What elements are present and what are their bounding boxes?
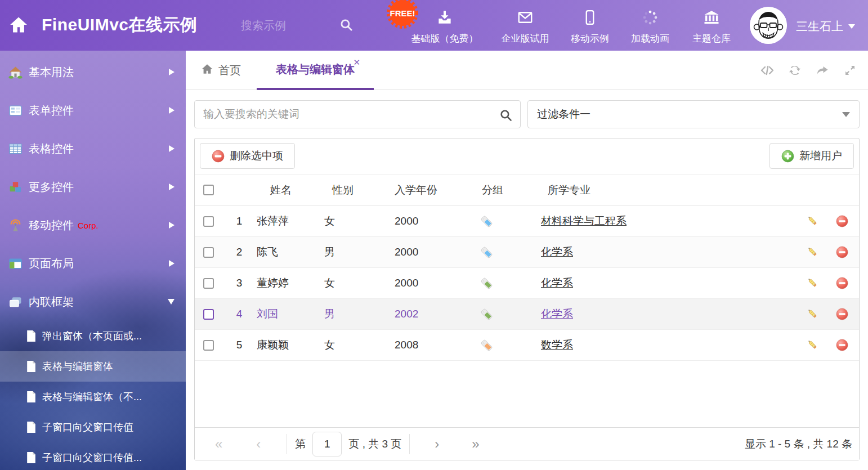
major-link[interactable]: 材料科学与工程系 — [541, 215, 627, 227]
sidebar-item-label: 更多控件 — [29, 180, 74, 195]
sidebar-subitem-label: 子窗口向父窗口传值... — [42, 451, 142, 464]
user-menu[interactable]: 三生石上 — [796, 19, 855, 34]
edit-button[interactable] — [800, 215, 825, 227]
select-all-checkbox[interactable] — [203, 185, 214, 195]
header-search-input[interactable] — [241, 14, 334, 37]
major-link[interactable]: 化学系 — [541, 308, 573, 320]
table-row[interactable]: 1 张萍萍 女 2000 材料科学与工程系 — [195, 206, 859, 237]
sidebar-subitem-grid-edit-window[interactable]: 表格与编辑窗体 — [0, 351, 186, 382]
header-search-icon[interactable] — [339, 17, 354, 34]
nav-label: 主题仓库 — [692, 32, 731, 45]
form-icon — [8, 104, 23, 118]
nav-theme-store[interactable]: 主题仓库 — [681, 0, 742, 51]
cell-year: 2000 — [395, 277, 476, 289]
row-number: 3 — [222, 277, 257, 289]
first-page-button[interactable]: « — [215, 437, 222, 451]
delete-button[interactable] — [825, 215, 859, 227]
table-row[interactable]: 3 董婷婷 女 2000 化学系 — [195, 268, 859, 299]
nav-label: 基础版（免费） — [411, 32, 478, 45]
table-row[interactable]: 2 陈飞 男 2000 化学系 — [195, 237, 859, 268]
sidebar-item-iframe[interactable]: 内联框架 — [0, 283, 186, 321]
add-user-button[interactable]: 新增用户 — [769, 143, 854, 169]
chevron-right-icon — [169, 260, 175, 267]
table-row-selected[interactable]: 4 刘国 男 2002 化学系 — [195, 299, 859, 330]
sidebar-item-form-controls[interactable]: 表单控件 — [0, 91, 186, 129]
last-page-button[interactable]: » — [472, 437, 479, 451]
sidebar-item-page-layout[interactable]: 页面布局 — [0, 244, 186, 283]
nav-loading-animation[interactable]: 加载动画 — [619, 0, 681, 51]
main-content: 首页 表格与编辑窗体 ✕ — [186, 51, 868, 470]
page-number-input[interactable] — [312, 432, 342, 456]
chevron-right-icon — [169, 107, 175, 114]
delete-button[interactable] — [825, 277, 859, 289]
column-header-major[interactable]: 所学专业 — [541, 183, 800, 198]
page-tools — [760, 51, 857, 90]
user-name: 三生石上 — [796, 19, 843, 34]
nav-enterprise-trial[interactable]: 企业版试用 — [489, 0, 562, 51]
delete-selected-button[interactable]: 删除选中项 — [200, 143, 295, 169]
sidebar-item-more-controls[interactable]: 更多控件 — [0, 168, 186, 206]
column-header-year[interactable]: 入学年份 — [395, 183, 476, 198]
filter-row: 过滤条件一 — [194, 100, 860, 128]
row-checkbox[interactable] — [203, 309, 214, 320]
sidebar-subitem-label: 子窗口向父窗口传值 — [42, 420, 133, 434]
user-avatar[interactable] — [750, 7, 787, 44]
home-colorful-icon — [8, 65, 23, 79]
sidebar-item-label: 表格控件 — [29, 141, 74, 156]
logo-home-icon[interactable] — [9, 15, 28, 37]
sidebar-item-mobile-controls[interactable]: 移动控件 Corp. — [0, 206, 186, 244]
cubes-icon — [8, 180, 23, 194]
app-header: FineUIMvc在线示例 FREE! 基础版（免费） 企业版试用 — [0, 0, 868, 51]
column-header-name[interactable]: 姓名 — [257, 183, 324, 198]
tab-home[interactable]: 首页 — [201, 51, 241, 90]
sidebar-subitem-grid-edit-window-2[interactable]: 表格与编辑窗体（不... — [0, 382, 186, 412]
grid-toolbar: 删除选中项 新增用户 — [195, 138, 859, 174]
sidebar-item-basic-usage[interactable]: 基本用法 — [0, 53, 186, 91]
tag-icon — [481, 247, 493, 258]
sidebar-item-label: 移动控件 — [29, 218, 74, 233]
forward-icon[interactable] — [816, 64, 829, 77]
search-icon[interactable] — [499, 108, 513, 124]
file-icon — [25, 360, 37, 373]
prev-page-button[interactable]: ‹ — [256, 437, 261, 451]
grid-panel: 删除选中项 新增用户 姓名 性别 入学年份 分组 所学专业 1 — [194, 138, 860, 460]
nav-label: 企业版试用 — [502, 32, 549, 45]
sidebar-subitem-popup-window[interactable]: 弹出窗体（本页面或... — [0, 321, 186, 351]
column-header-group[interactable]: 分组 — [476, 183, 541, 198]
keyword-search-input[interactable] — [195, 101, 520, 128]
sidebar-subitem-child-to-parent-2[interactable]: 子窗口向父窗口传值... — [0, 442, 186, 470]
tab-grid-edit-window[interactable]: 表格与编辑窗体 ✕ — [257, 51, 374, 90]
nav-basic-edition[interactable]: 基础版（免费） — [402, 0, 487, 51]
major-link[interactable]: 化学系 — [541, 246, 573, 258]
home-icon — [201, 63, 213, 78]
filter-dropdown[interactable]: 过滤条件一 — [527, 100, 860, 128]
delete-button[interactable] — [825, 246, 859, 258]
sidebar-subitem-child-to-parent[interactable]: 子窗口向父窗口传值 — [0, 412, 186, 442]
column-header-gender[interactable]: 性别 — [324, 183, 395, 198]
divider — [287, 434, 287, 454]
sidebar-subitem-label: 弹出窗体（本页面或... — [42, 329, 142, 343]
nav-mobile-demo[interactable]: 移动示例 — [559, 0, 621, 51]
close-icon[interactable]: ✕ — [353, 58, 360, 66]
major-link[interactable]: 数学系 — [541, 339, 573, 351]
edit-button[interactable] — [800, 308, 825, 320]
edit-button[interactable] — [800, 246, 825, 258]
delete-button[interactable] — [825, 308, 859, 320]
major-link[interactable]: 化学系 — [541, 277, 573, 289]
sidebar-item-grid-controls[interactable]: 表格控件 — [0, 129, 186, 168]
row-checkbox[interactable] — [203, 340, 214, 351]
row-checkbox[interactable] — [203, 278, 214, 289]
edit-button[interactable] — [800, 277, 825, 289]
edit-button[interactable] — [800, 339, 825, 351]
nav-label: 加载动画 — [631, 32, 669, 45]
cell-year: 2002 — [395, 308, 476, 320]
chevron-down-icon — [842, 112, 850, 117]
row-checkbox[interactable] — [203, 216, 214, 227]
row-checkbox[interactable] — [203, 247, 214, 258]
table-row[interactable]: 5 康颖颖 女 2008 数学系 — [195, 330, 859, 361]
fullscreen-icon[interactable] — [843, 64, 857, 77]
code-icon[interactable] — [760, 64, 774, 77]
delete-button[interactable] — [825, 339, 859, 351]
next-page-button[interactable]: › — [435, 437, 439, 451]
refresh-icon[interactable] — [788, 64, 802, 77]
